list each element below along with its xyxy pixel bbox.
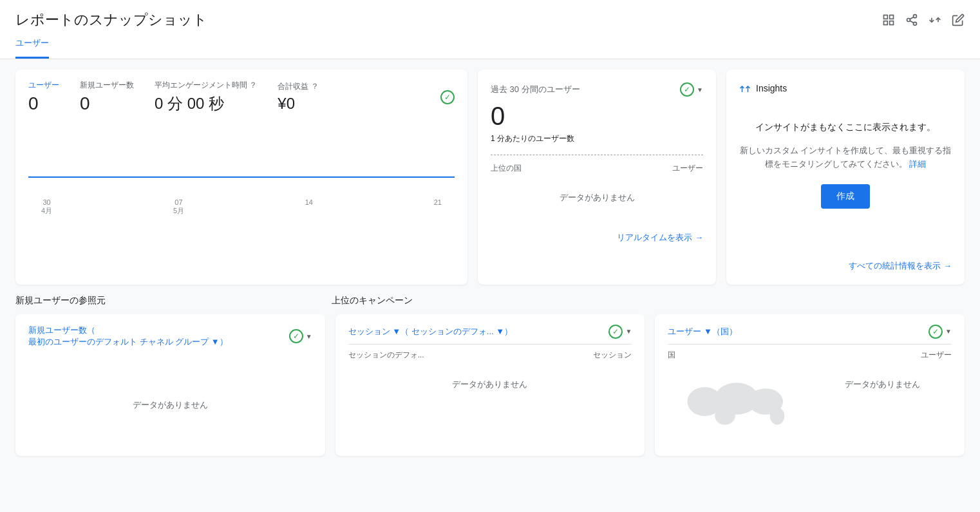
new-users-check-dropdown[interactable]: ✓ ▼ — [289, 329, 312, 343]
svg-line-8 — [910, 17, 914, 19]
insights-title: Insights — [756, 83, 787, 93]
country-content: データがありません — [668, 366, 952, 445]
create-insight-button[interactable]: 作成 — [821, 184, 870, 209]
svg-line-7 — [910, 21, 914, 23]
insights-header: Insights — [739, 82, 952, 94]
campaign-check-icon: ✓ — [608, 325, 623, 339]
map-svg — [679, 372, 795, 437]
realtime-sublabel: 1 分あたりのユーザー数 — [491, 133, 703, 144]
metrics-check-area: ✓ — [440, 90, 455, 104]
view-stats-link[interactable]: すべての統計情報を表示 → — [739, 260, 952, 272]
svg-rect-1 — [890, 15, 894, 19]
campaign-section-title-area: 上位のキャンペーン — [332, 295, 965, 314]
tab-users[interactable]: ユーザー — [15, 30, 49, 59]
realtime-title: 過去 30 分間のユーザー — [491, 84, 580, 95]
compare-icon[interactable] — [928, 14, 941, 26]
campaign-col-headers: セッションのデフォ... セッション — [348, 344, 632, 361]
user-label: ユーザー — [28, 80, 59, 91]
insights-description: 新しいカスタム インサイトを作成して、最も重視する指標をモニタリングしてみてくだ… — [739, 144, 952, 171]
header-actions — [882, 14, 965, 26]
realtime-check-dropdown[interactable]: ✓ ▼ — [680, 82, 703, 97]
bottom-sections: 新規ユーザーの参照元 上位のキャンペーン 新規ユーザー数（ 最初のユーザーのデフ… — [15, 295, 965, 456]
chart-label-14: 14 — [305, 198, 313, 216]
chart-area: 304月 075月 14 21 — [28, 119, 455, 216]
country-card: ユーザー ▼（国） ✓ ▼ 国 ユーザー — [655, 314, 965, 456]
svg-rect-2 — [884, 21, 888, 25]
campaign-col-value: セッション — [593, 350, 632, 361]
svg-point-17 — [715, 407, 736, 424]
svg-point-5 — [907, 19, 910, 22]
new-users-title-line2[interactable]: 最初のユーザーのデフォルト チャネル グループ ▼） — [28, 337, 228, 346]
new-users-card-header: 新規ユーザー数（ 最初のユーザーのデフォルト チャネル グループ ▼） ✓ ▼ — [28, 325, 312, 348]
view-realtime-link[interactable]: リアルタイムを表示 → — [491, 232, 703, 243]
campaign-no-data: データがありません — [348, 366, 632, 403]
realtime-card: 過去 30 分間のユーザー ✓ ▼ 0 1 分あたりのユーザー数 上位の国 ユー… — [478, 70, 716, 285]
chart-label-07: 075月 — [173, 198, 184, 216]
campaign-card: セッション ▼（ セッションのデフォ... ▼） ✓ ▼ セッションのデフォ..… — [335, 314, 645, 456]
insights-icon — [739, 82, 751, 94]
campaign-title-sessions2[interactable]: セッションのデフォ... ▼） — [411, 327, 513, 336]
metrics-top: ユーザー 0 新規ユーザー数 0 平均エンゲージメント時間 ？ 0 分 00 秒… — [28, 80, 455, 114]
insights-detail-link[interactable]: 詳細 — [909, 159, 926, 169]
engagement-value: 0 分 00 秒 — [155, 93, 257, 114]
revenue-value: ¥0 — [278, 95, 318, 113]
bottom-row: 新規ユーザー数（ 最初のユーザーのデフォルト チャネル グループ ▼） ✓ ▼ … — [15, 314, 965, 456]
new-user-metric: 新規ユーザー数 0 — [80, 80, 134, 114]
campaign-col-label: セッションのデフォ... — [348, 350, 424, 361]
revenue-label: 合計収益 ？ — [278, 81, 318, 92]
new-users-card-title: 新規ユーザー数（ 最初のユーザーのデフォルト チャネル グループ ▼） — [28, 325, 228, 348]
chart-label-21: 21 — [434, 198, 442, 216]
new-users-no-data: データがありません — [28, 386, 312, 424]
country-col-headers: 国 ユーザー — [668, 344, 952, 361]
country-dropdown-arrow: ▼ — [945, 328, 952, 335]
country-title-text[interactable]: ユーザー ▼（国） — [668, 327, 737, 336]
metrics-card: ユーザー 0 新規ユーザー数 0 平均エンゲージメント時間 ？ 0 分 00 秒… — [15, 70, 467, 285]
new-users-card: 新規ユーザー数（ 最初のユーザーのデフォルト チャネル グループ ▼） ✓ ▼ … — [15, 314, 325, 456]
campaign-dropdown-arrow: ▼ — [625, 328, 632, 335]
main-content: ユーザー 0 新規ユーザー数 0 平均エンゲージメント時間 ？ 0 分 00 秒… — [0, 59, 980, 466]
realtime-no-data: データがありません — [491, 179, 703, 216]
svg-point-6 — [914, 22, 917, 25]
top-row: ユーザー 0 新規ユーザー数 0 平均エンゲージメント時間 ？ 0 分 00 秒… — [15, 70, 965, 285]
new-users-dropdown-arrow: ▼ — [306, 333, 312, 340]
page-title: レポートのスナップショット — [15, 10, 207, 30]
chart-x-labels: 304月 075月 14 21 — [28, 198, 455, 216]
country-card-title: ユーザー ▼（国） — [668, 326, 737, 337]
page-header: レポートのスナップショット — [0, 0, 980, 30]
country-check-dropdown[interactable]: ✓ ▼ — [928, 325, 952, 339]
metrics-check-icon: ✓ — [440, 90, 455, 104]
engagement-metric: 平均エンゲージメント時間 ？ 0 分 00 秒 — [155, 80, 257, 114]
realtime-header: 過去 30 分間のユーザー ✓ ▼ — [491, 82, 703, 97]
col-users-label: ユーザー — [672, 163, 703, 174]
campaign-section-title: 上位のキャンペーン — [332, 295, 965, 307]
world-map — [668, 366, 806, 445]
edit-icon[interactable] — [952, 14, 965, 26]
insights-card: Insights インサイトがまもなくここに表示されます。 新しいカスタム イン… — [726, 70, 965, 285]
country-card-header: ユーザー ▼（国） ✓ ▼ — [668, 325, 952, 339]
country-check-icon: ✓ — [928, 325, 943, 339]
campaign-card-header: セッション ▼（ セッションのデフォ... ▼） ✓ ▼ — [348, 325, 632, 339]
realtime-check-icon: ✓ — [680, 82, 694, 97]
new-user-label: 新規ユーザー数 — [80, 80, 134, 91]
new-users-check-icon: ✓ — [289, 329, 303, 343]
campaign-title-sessions[interactable]: セッション ▼（ — [348, 327, 409, 336]
grid-icon[interactable] — [882, 14, 895, 26]
tab-bar: ユーザー — [0, 30, 980, 59]
svg-rect-3 — [890, 21, 894, 25]
user-metric: ユーザー 0 — [28, 80, 59, 114]
user-value: 0 — [28, 93, 59, 114]
realtime-divider — [491, 155, 703, 155]
chart-svg — [28, 119, 455, 196]
svg-point-4 — [914, 15, 917, 18]
revenue-metric: 合計収益 ？ ¥0 — [278, 81, 318, 113]
country-col-users: ユーザー — [921, 350, 952, 361]
realtime-table-header: 上位の国 ユーザー — [491, 163, 703, 174]
new-user-value: 0 — [80, 93, 134, 114]
realtime-value: 0 — [491, 102, 703, 131]
campaign-check-dropdown[interactable]: ✓ ▼ — [608, 325, 632, 339]
chart-label-30: 304月 — [41, 198, 52, 216]
share-icon[interactable] — [905, 14, 918, 26]
col-country-label: 上位の国 — [491, 163, 522, 174]
svg-rect-0 — [884, 15, 888, 19]
realtime-dropdown-arrow: ▼ — [697, 86, 703, 93]
